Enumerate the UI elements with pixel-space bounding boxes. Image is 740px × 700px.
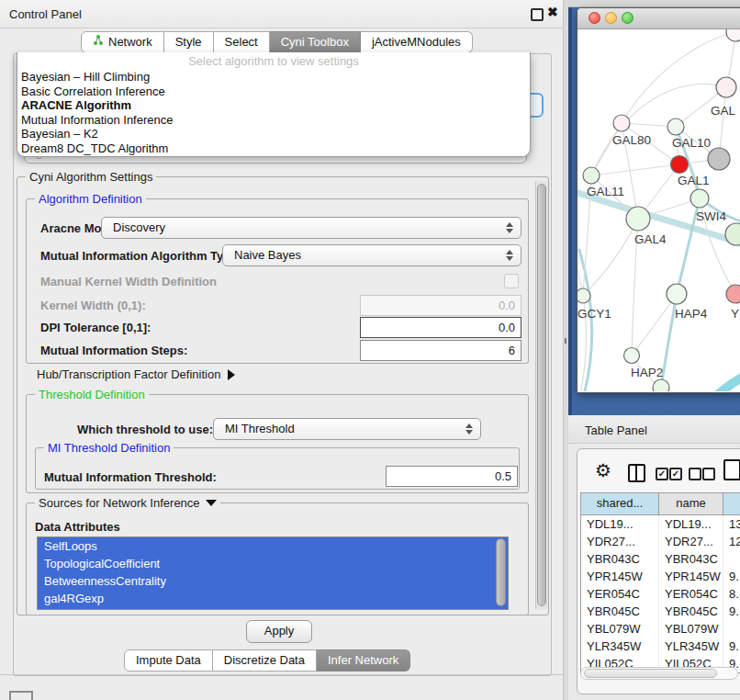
- algorithm-option[interactable]: Bayesian – K2: [17, 127, 530, 141]
- column-header[interactable]: shared...: [581, 493, 659, 514]
- network-node-gal80[interactable]: [613, 115, 630, 131]
- tab-impute-data[interactable]: Impute Data: [124, 649, 213, 672]
- manual-kernel-checkbox[interactable]: [504, 274, 519, 288]
- table-row[interactable]: YER054CYER054C8.: [581, 585, 740, 603]
- mi-threshold-field[interactable]: 0.5: [386, 466, 518, 487]
- table-row[interactable]: YDR27...YDR27...12: [581, 533, 740, 550]
- sources-group-title[interactable]: Sources for Network Inference: [35, 496, 220, 510]
- settings-scrollbar-thumb[interactable]: [537, 184, 546, 606]
- network-node[interactable]: [653, 379, 669, 391]
- which-threshold-combobox[interactable]: MI Threshold: [213, 418, 481, 440]
- network-node-gal10[interactable]: [667, 119, 684, 135]
- control-panel-title: Control Panel: [9, 7, 82, 21]
- network-node-gal1[interactable]: [671, 156, 689, 174]
- select-all-checkbox-icon[interactable]: ✓: [669, 468, 682, 480]
- attribute-item[interactable]: TopologicalCoefficient: [38, 555, 508, 572]
- tab-jactivemnodules[interactable]: jActiveMNodules: [361, 31, 473, 53]
- tab-discretize-data[interactable]: Discretize Data: [213, 649, 317, 672]
- network-node[interactable]: [708, 148, 730, 170]
- spinner-arrows-icon: [465, 423, 473, 435]
- close-window-icon[interactable]: [589, 12, 600, 24]
- attributes-scrollbar-thumb[interactable]: [496, 538, 506, 606]
- network-edge[interactable]: [577, 259, 587, 391]
- dpi-tolerance-field[interactable]: 0.0: [360, 317, 521, 338]
- network-edge[interactable]: [591, 123, 622, 175]
- network-node-hap4[interactable]: [667, 284, 687, 304]
- float-panel-icon[interactable]: [531, 8, 544, 21]
- data-attributes-label: Data Attributes: [35, 520, 120, 534]
- network-graph[interactable]: GALGAL80GAL10GAL1GAL11SWI4GAL4GCY1HAP4YH…: [577, 29, 740, 391]
- apply-button[interactable]: Apply: [246, 620, 312, 643]
- network-view-window[interactable]: GALGAL80GAL10GAL1GAL11SWI4GAL4GCY1HAP4YH…: [577, 7, 740, 393]
- select-all-checkbox-icon[interactable]: ✓: [656, 468, 668, 480]
- network-node-gcy1[interactable]: [577, 288, 590, 303]
- export-table-icon[interactable]: [723, 459, 740, 480]
- mi-steps-field[interactable]: 6: [360, 340, 521, 361]
- deselect-all-checkbox-icon[interactable]: [702, 468, 715, 480]
- table-row[interactable]: YDL19...YDL19...13: [581, 515, 740, 533]
- network-window-titlebar[interactable]: [577, 8, 740, 29]
- bottom-tabs: Impute DataDiscretize DataInfer Network: [124, 649, 410, 672]
- column-header[interactable]: name: [659, 493, 723, 514]
- network-node-swi4[interactable]: [690, 189, 709, 208]
- network-edge[interactable]: [583, 219, 638, 296]
- tab-select[interactable]: Select: [214, 31, 270, 53]
- zoom-window-icon[interactable]: [622, 12, 633, 24]
- data-attributes-list[interactable]: SelfLoopsTopologicalCoefficientBetweenne…: [37, 536, 509, 610]
- algorithm-option[interactable]: Mutual Information Inference: [17, 113, 530, 128]
- attribute-item[interactable]: SelfLoops: [38, 537, 508, 555]
- tab-network[interactable]: Network: [81, 31, 164, 53]
- network-edge[interactable]: [632, 294, 677, 356]
- aracne-mode-combobox[interactable]: Discovery: [101, 217, 521, 239]
- attribute-item[interactable]: gal4RGexp: [38, 590, 508, 607]
- table-row[interactable]: YBR045CYBR045C9.: [581, 603, 740, 620]
- top-tabs: NetworkStyleSelectCyni ToolboxjActiveMNo…: [81, 31, 473, 53]
- split-pane-handle[interactable]: [565, 338, 566, 344]
- network-node[interactable]: [726, 29, 740, 41]
- algorithm-option[interactable]: Bayesian – Hill Climbing: [17, 70, 530, 85]
- kernel-width-field[interactable]: 0.0: [360, 295, 521, 316]
- algorithm-option[interactable]: ARACNE Algorithm: [17, 98, 530, 113]
- network-node-gal4[interactable]: [626, 207, 650, 231]
- table-panel-titlebar: Table Panel: [568, 415, 740, 444]
- tab-label: Network: [108, 32, 152, 52]
- table-cell: YDR27...: [581, 533, 659, 550]
- network-node-label: GAL: [711, 104, 736, 118]
- deselect-all-checkbox-icon[interactable]: [689, 468, 701, 480]
- columns-icon[interactable]: [628, 464, 645, 482]
- column-header[interactable]: [723, 493, 740, 514]
- table-row[interactable]: YLR345WYLR345W9.: [581, 638, 740, 655]
- mi-type-value: Naive Bayes: [234, 248, 301, 262]
- network-node-gal[interactable]: [716, 77, 736, 97]
- network-edge[interactable]: [591, 84, 726, 175]
- table-row[interactable]: YBR043CYBR043C: [581, 550, 740, 568]
- table-row[interactable]: YBL079WYBL079W: [581, 620, 740, 638]
- tab-cyni-toolbox[interactable]: Cyni Toolbox: [270, 31, 361, 53]
- network-edge[interactable]: [591, 164, 679, 175]
- network-node-y[interactable]: [726, 285, 740, 303]
- hub-definition-label: Hub/Transcription Factor Definition: [37, 367, 220, 381]
- table-cell: YDL19...: [659, 515, 723, 533]
- network-node-hap2[interactable]: [624, 348, 640, 364]
- tab-label: Style: [175, 32, 202, 52]
- network-edge[interactable]: [715, 371, 740, 391]
- network-canvas[interactable]: GALGAL80GAL10GAL1GAL11SWI4GAL4GCY1HAP4YH…: [577, 29, 740, 391]
- algorithm-option[interactable]: Dream8 DC_TDC Algorithm: [17, 141, 530, 156]
- settings-scrollbar[interactable]: [535, 181, 548, 609]
- table-scrollbar-thumb[interactable]: [584, 669, 717, 678]
- table-row[interactable]: YPR145WYPR145W9.: [581, 568, 740, 585]
- mi-type-combobox[interactable]: Naive Bayes: [222, 244, 521, 266]
- minimize-window-icon[interactable]: [605, 12, 617, 24]
- algorithm-dropdown-placeholder: Select algorithm to view settings: [17, 54, 530, 70]
- hub-definition-toggle[interactable]: Hub/Transcription Factor Definition: [37, 367, 235, 381]
- close-panel-icon[interactable]: ✖: [547, 5, 558, 19]
- attribute-item[interactable]: BetweennessCentrality: [38, 572, 508, 590]
- network-node-gal11[interactable]: [583, 167, 600, 184]
- table-horizontal-scrollbar[interactable]: [580, 667, 738, 680]
- minimized-panel-icon[interactable]: [9, 691, 33, 700]
- gear-icon[interactable]: ⚙: [595, 459, 611, 481]
- network-node-label: GAL4: [634, 232, 667, 246]
- tab-style[interactable]: Style: [164, 31, 214, 53]
- tab-infer-network[interactable]: Infer Network: [317, 649, 410, 672]
- algorithm-option[interactable]: Basic Correlation Inference: [17, 85, 530, 99]
